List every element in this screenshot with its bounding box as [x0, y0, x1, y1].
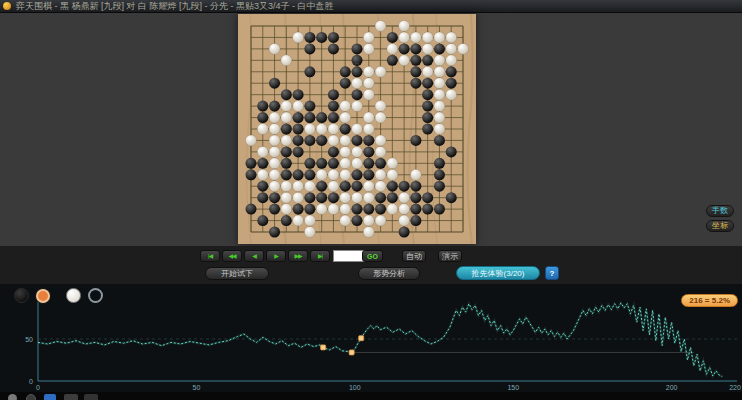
svg-text:0: 0 — [36, 384, 40, 391]
stone-black — [316, 135, 327, 146]
stone-black — [352, 169, 363, 180]
taskbar[interactable] — [0, 392, 742, 400]
taskbar-circle-icon[interactable] — [26, 394, 36, 400]
stone-white — [340, 112, 351, 123]
stone-black — [399, 181, 410, 192]
stone-black — [422, 192, 433, 203]
stone-white — [352, 158, 363, 169]
stone-black — [375, 192, 386, 203]
app-window: 弈天围棋 - 黑 杨鼎新 [九段] 对 白 陈耀烨 [九段] - 分先 - 黑贴… — [0, 0, 742, 400]
nav-forward-button[interactable]: ▶ — [266, 250, 286, 262]
stone-white — [269, 124, 280, 135]
stone-black — [328, 89, 339, 100]
stone-white — [293, 32, 304, 43]
stone-white — [375, 181, 386, 192]
taskbar-window-icon[interactable] — [84, 394, 98, 400]
stone-white — [363, 78, 374, 89]
move-marker — [321, 345, 326, 350]
stone-white — [375, 66, 386, 77]
white-stone-icon[interactable] — [66, 288, 81, 303]
stone-black — [422, 55, 433, 66]
stone-black — [410, 43, 421, 54]
title-bar[interactable]: 弈天围棋 - 黑 杨鼎新 [九段] 对 白 陈耀烨 [九段] - 分先 - 黑贴… — [0, 0, 742, 13]
stone-black — [446, 66, 457, 77]
stone-white — [352, 101, 363, 112]
stone-white — [304, 124, 315, 135]
taskbar-circle-icon[interactable] — [8, 394, 17, 400]
app-icon — [3, 2, 11, 10]
nav-fast-forward-button[interactable]: ▶▶ — [288, 250, 308, 262]
stone-black — [410, 66, 421, 77]
stone-white — [422, 66, 433, 77]
go-board[interactable] — [238, 14, 476, 244]
stone-white — [293, 181, 304, 192]
premium-analysis-button[interactable]: 抢先体验(3/20) — [456, 266, 540, 280]
stone-white — [363, 66, 374, 77]
auto-play-button[interactable]: 自动 — [402, 250, 426, 262]
stone-white — [281, 112, 292, 123]
nav-back-button[interactable]: ◀ — [244, 250, 264, 262]
stone-black — [304, 66, 315, 77]
stone-white — [375, 135, 386, 146]
stone-black — [434, 169, 445, 180]
stone-black — [269, 204, 280, 215]
stone-black — [375, 204, 386, 215]
stone-black — [246, 204, 257, 215]
stone-black — [399, 227, 410, 238]
move-number-input[interactable] — [333, 250, 365, 262]
stone-white — [328, 135, 339, 146]
stone-black — [352, 181, 363, 192]
position-analysis-button[interactable]: 形势分析 — [358, 267, 420, 280]
stone-black — [316, 32, 327, 43]
move-numbers-toggle[interactable]: 手数 — [706, 205, 734, 217]
stone-black — [328, 192, 339, 203]
stone-white — [328, 181, 339, 192]
stone-white — [399, 204, 410, 215]
nav-last-button[interactable]: ▶| — [310, 250, 330, 262]
svg-text:200: 200 — [666, 384, 678, 391]
board-panel: 手数 坐标 — [0, 13, 742, 246]
stone-black — [328, 43, 339, 54]
stone-white — [387, 204, 398, 215]
stone-white — [410, 32, 421, 43]
stone-black — [316, 158, 327, 169]
stone-black — [363, 146, 374, 157]
stone-white — [304, 215, 315, 226]
stone-black — [340, 124, 351, 135]
window-title: 弈天围棋 - 黑 杨鼎新 [九段] 对 白 陈耀烨 [九段] - 分先 - 黑贴… — [16, 0, 334, 12]
white-unselected-toggle[interactable] — [88, 288, 103, 303]
stone-black — [340, 181, 351, 192]
stone-white — [434, 32, 445, 43]
demo-button[interactable]: 演示 — [438, 250, 462, 262]
nav-fast-back-button[interactable]: ◀◀ — [222, 250, 242, 262]
start-trial-button[interactable]: 开始试下 — [205, 267, 269, 280]
stone-black — [422, 101, 433, 112]
coordinates-toggle[interactable]: 坐标 — [706, 220, 734, 232]
stone-black — [246, 169, 257, 180]
stone-black — [375, 158, 386, 169]
winrate-chart[interactable]: 050100150200220050 — [0, 284, 742, 392]
stone-black — [387, 192, 398, 203]
svg-text:50: 50 — [193, 384, 201, 391]
svg-text:50: 50 — [25, 336, 33, 343]
black-selected-toggle[interactable] — [36, 289, 50, 303]
black-stone-icon[interactable] — [14, 288, 29, 303]
stone-white — [434, 112, 445, 123]
stone-white — [281, 192, 292, 203]
stone-white — [340, 158, 351, 169]
stone-white — [328, 204, 339, 215]
stone-white — [363, 227, 374, 238]
stone-black — [328, 158, 339, 169]
svg-text:150: 150 — [507, 384, 519, 391]
stone-black — [410, 192, 421, 203]
stone-white — [375, 21, 386, 32]
stone-white — [340, 169, 351, 180]
go-button[interactable]: GO — [362, 250, 383, 262]
stone-white — [363, 43, 374, 54]
taskbar-window-icon[interactable] — [64, 394, 78, 400]
taskbar-start-icon[interactable] — [44, 394, 56, 400]
stone-black — [257, 101, 268, 112]
stone-white — [316, 169, 327, 180]
nav-first-button[interactable]: |◀ — [200, 250, 220, 262]
help-button[interactable]: ? — [545, 266, 559, 280]
